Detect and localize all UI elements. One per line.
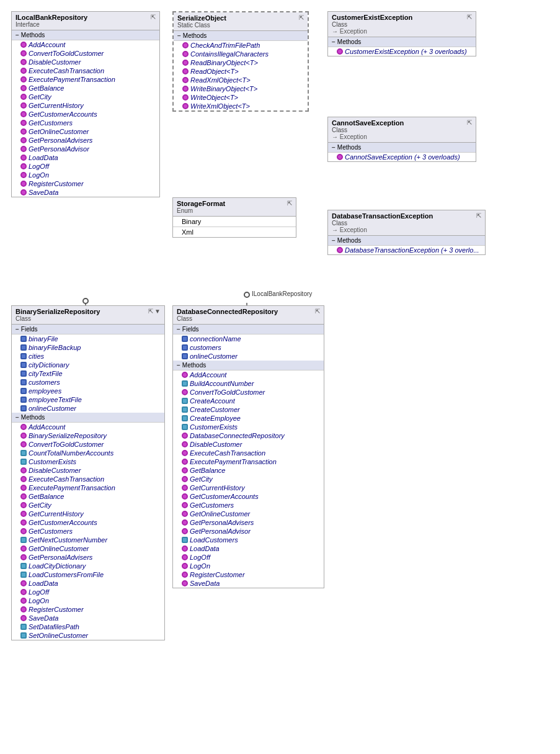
list-item: GetOnlineCustomer (12, 544, 164, 553)
list-item: ExecuteCashTransaction (12, 475, 164, 483)
list-item: GetOnlineCustomer (173, 509, 324, 518)
method-icon (20, 606, 27, 613)
list-item: SaveData (12, 614, 164, 622)
box-title: BinarySerializeRepository (16, 308, 100, 315)
list-item: CheckAndTrimFilePath (174, 41, 308, 50)
method-icon (182, 511, 188, 517)
method-icon (182, 380, 188, 387)
box-header: DatabaseConnectedRepository Class ⇱ (173, 306, 324, 325)
databasetransactionexception-box: DatabaseTransactionException Class → Exc… (327, 210, 486, 255)
collapse-icon[interactable]: ⇱ (299, 14, 304, 21)
method-icon (182, 528, 188, 534)
list-item: SaveData (173, 579, 324, 588)
method-icon (20, 615, 27, 621)
method-icon (20, 94, 27, 100)
collapse-icon[interactable]: ⇱ (148, 308, 153, 315)
method-icon (337, 48, 343, 55)
list-item: RegisterCustomer (173, 570, 324, 579)
list-item: GetCustomerAccounts (12, 110, 159, 119)
list-item: CannotSaveException (+ 3 overloads) (328, 153, 476, 161)
list-item: SetDatafilesPath (12, 622, 164, 631)
list-item: ExecutePaymentTransaction (173, 457, 324, 466)
list-item: LoadCustomersFromFile (12, 570, 164, 579)
method-icon (20, 459, 27, 465)
exception-arrow: → Exception (332, 227, 433, 233)
list-item: LoadData (173, 544, 324, 553)
list-item: customers (12, 378, 164, 387)
box-header: CannotSaveException Class → Exception ⇱ (328, 117, 476, 143)
field-icon (20, 388, 27, 394)
list-item: GetBalance (173, 466, 324, 475)
field-icon (20, 370, 27, 377)
box-subtitle: Class (332, 220, 433, 227)
list-item: BuildAccountNumber (173, 379, 324, 388)
filter-icon[interactable]: ▼ (154, 308, 161, 315)
method-icon (20, 493, 27, 500)
interface-circle-binary (82, 298, 89, 304)
method-icon (182, 77, 189, 83)
box-subtitle: Class (177, 315, 278, 322)
method-icon (20, 111, 27, 117)
method-icon (182, 563, 188, 569)
collapse-icon[interactable]: ⇱ (151, 14, 156, 20)
list-item: GetBalance (12, 84, 159, 92)
method-icon (20, 450, 27, 456)
field-icon (20, 397, 27, 403)
method-icon (182, 51, 189, 57)
collapse-icon[interactable]: ⇱ (467, 14, 472, 20)
method-icon (20, 572, 27, 578)
list-item: LoadCityDictionary (12, 562, 164, 570)
method-icon (182, 406, 188, 413)
box-title: CannotSaveException (332, 119, 404, 127)
box-header: BinarySerializeRepository Class ⇱ ▼ (12, 306, 164, 325)
method-icon (20, 102, 27, 109)
diagram-canvas: ILocalBankRepository Interface ⇱ − Metho… (6, 6, 554, 748)
list-item: GetCity (173, 475, 324, 483)
list-item: binaryFileBackup (12, 343, 164, 352)
list-item: cityTextFile (12, 369, 164, 378)
field-icon (20, 362, 27, 368)
method-icon (182, 424, 188, 430)
list-item: GetPersonalAdvisor (173, 527, 324, 536)
list-item: GetCustomerAccounts (173, 492, 324, 501)
methods-section-header: − Methods (173, 361, 324, 370)
interface-circle-db (244, 292, 250, 298)
collapse-icon[interactable]: ⇱ (315, 308, 320, 315)
method-icon (182, 485, 188, 491)
cannotsaveexception-box: CannotSaveException Class → Exception ⇱ … (327, 117, 476, 162)
serializeobject-box: SerializeObject Static Class ⇱ − Methods… (172, 11, 309, 112)
method-icon (182, 459, 188, 465)
methods-section-header: − Methods (12, 30, 159, 40)
method-icon (20, 120, 27, 126)
list-item: cityDictionary (12, 361, 164, 369)
list-item: GetCurrentHistory (12, 509, 164, 518)
box-title: DatabaseTransactionException (332, 212, 433, 220)
box-subtitle: Class (332, 21, 412, 28)
collapse-icon[interactable]: ⇱ (476, 212, 481, 219)
ilocalbankrepository-box: ILocalBankRepository Interface ⇱ − Metho… (11, 11, 160, 197)
method-icon (20, 519, 27, 526)
field-icon (20, 379, 27, 385)
method-icon (20, 50, 27, 56)
list-item: ConvertToGoldCustomer (12, 440, 164, 449)
method-icon (182, 493, 188, 500)
collapse-icon[interactable]: ⇱ (467, 119, 472, 126)
method-icon (20, 172, 27, 178)
method-icon (182, 519, 188, 526)
method-icon (182, 68, 189, 74)
list-item: CustomerExistException (+ 3 overloads) (328, 47, 476, 56)
method-icon (20, 424, 27, 430)
method-icon (182, 537, 188, 543)
list-item: connectionName (173, 334, 324, 343)
method-icon (20, 441, 27, 447)
list-item: onlineCustomer (173, 352, 324, 361)
method-icon (182, 103, 189, 109)
list-item: ReadXmlObject<T> (174, 76, 308, 84)
field-icon (20, 344, 27, 351)
method-icon (20, 485, 27, 491)
list-item: ExecuteCashTransaction (173, 449, 324, 457)
list-item: GetCustomers (12, 527, 164, 536)
list-item: LoadCustomers (173, 536, 324, 544)
box-header: SerializeObject Static Class ⇱ (174, 12, 308, 31)
collapse-icon[interactable]: ⇱ (287, 200, 292, 207)
